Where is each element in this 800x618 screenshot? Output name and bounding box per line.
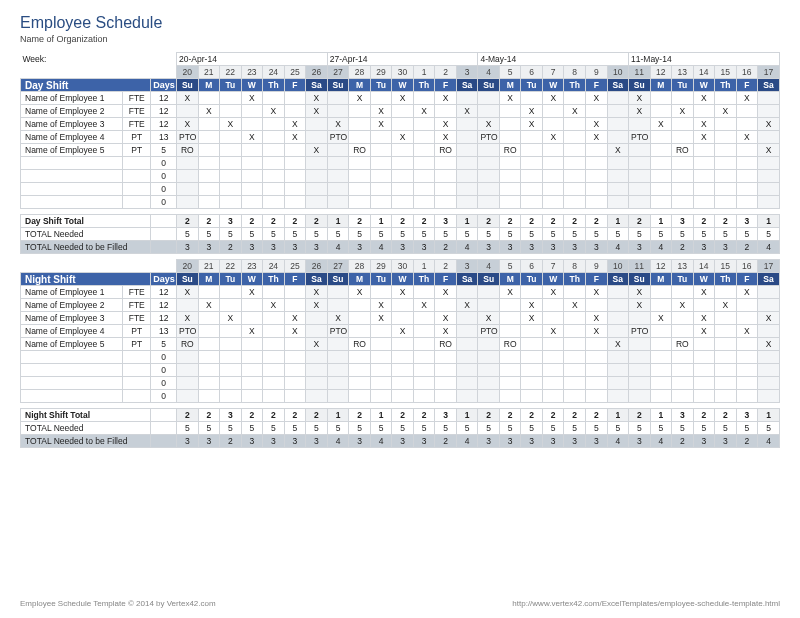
- shift-cell[interactable]: [349, 312, 371, 325]
- shift-cell[interactable]: [693, 144, 715, 157]
- shift-cell[interactable]: [478, 92, 500, 105]
- shift-cell[interactable]: [241, 170, 263, 183]
- shift-cell[interactable]: X: [435, 131, 457, 144]
- shift-cell[interactable]: X: [629, 286, 651, 299]
- shift-cell[interactable]: [693, 351, 715, 364]
- shift-cell[interactable]: [650, 377, 672, 390]
- employee-type[interactable]: PT: [123, 131, 151, 144]
- shift-cell[interactable]: [521, 377, 543, 390]
- shift-cell[interactable]: [198, 118, 220, 131]
- shift-cell[interactable]: X: [241, 92, 263, 105]
- shift-cell[interactable]: X: [693, 325, 715, 338]
- shift-cell[interactable]: [585, 390, 607, 403]
- shift-cell[interactable]: [392, 351, 414, 364]
- shift-cell[interactable]: [758, 390, 780, 403]
- shift-cell[interactable]: [650, 299, 672, 312]
- shift-cell[interactable]: [177, 364, 199, 377]
- shift-cell[interactable]: [672, 312, 694, 325]
- shift-cell[interactable]: [284, 364, 306, 377]
- shift-cell[interactable]: [177, 390, 199, 403]
- shift-cell[interactable]: [413, 286, 435, 299]
- employee-name[interactable]: Name of Employee 3: [21, 312, 123, 325]
- shift-cell[interactable]: [220, 299, 242, 312]
- shift-cell[interactable]: [220, 338, 242, 351]
- shift-cell[interactable]: [306, 118, 328, 131]
- shift-cell[interactable]: X: [585, 312, 607, 325]
- week-date[interactable]: 11-May-14: [629, 53, 780, 66]
- shift-cell[interactable]: [349, 325, 371, 338]
- shift-cell[interactable]: [693, 377, 715, 390]
- shift-cell[interactable]: [521, 92, 543, 105]
- shift-cell[interactable]: [736, 338, 758, 351]
- shift-cell[interactable]: [736, 170, 758, 183]
- shift-cell[interactable]: [736, 118, 758, 131]
- employee-type[interactable]: [123, 183, 151, 196]
- shift-cell[interactable]: [349, 351, 371, 364]
- employee-name[interactable]: [21, 196, 123, 209]
- shift-cell[interactable]: X: [758, 312, 780, 325]
- shift-cell[interactable]: [198, 196, 220, 209]
- shift-cell[interactable]: X: [392, 92, 414, 105]
- shift-cell[interactable]: X: [177, 286, 199, 299]
- shift-cell[interactable]: [650, 157, 672, 170]
- shift-cell[interactable]: X: [758, 144, 780, 157]
- shift-cell[interactable]: X: [521, 105, 543, 118]
- shift-cell[interactable]: [478, 351, 500, 364]
- shift-cell[interactable]: X: [263, 105, 285, 118]
- shift-cell[interactable]: X: [413, 105, 435, 118]
- shift-cell[interactable]: X: [672, 105, 694, 118]
- shift-cell[interactable]: [542, 338, 564, 351]
- shift-cell[interactable]: [693, 157, 715, 170]
- shift-cell[interactable]: [672, 390, 694, 403]
- shift-cell[interactable]: X: [306, 338, 328, 351]
- shift-cell[interactable]: [650, 183, 672, 196]
- shift-cell[interactable]: [499, 170, 521, 183]
- shift-cell[interactable]: [758, 170, 780, 183]
- shift-cell[interactable]: [392, 144, 414, 157]
- shift-cell[interactable]: X: [241, 131, 263, 144]
- shift-cell[interactable]: RO: [499, 144, 521, 157]
- shift-cell[interactable]: PTO: [478, 131, 500, 144]
- employee-type[interactable]: PT: [123, 338, 151, 351]
- shift-cell[interactable]: [564, 144, 586, 157]
- shift-cell[interactable]: [650, 92, 672, 105]
- shift-cell[interactable]: [478, 338, 500, 351]
- shift-cell[interactable]: [650, 286, 672, 299]
- shift-cell[interactable]: [392, 118, 414, 131]
- shift-cell[interactable]: [607, 157, 629, 170]
- shift-cell[interactable]: [370, 131, 392, 144]
- shift-cell[interactable]: [456, 286, 478, 299]
- shift-cell[interactable]: X: [284, 312, 306, 325]
- shift-cell[interactable]: [607, 196, 629, 209]
- shift-cell[interactable]: [392, 170, 414, 183]
- shift-cell[interactable]: X: [693, 286, 715, 299]
- shift-cell[interactable]: [284, 338, 306, 351]
- shift-cell[interactable]: [672, 364, 694, 377]
- shift-cell[interactable]: [736, 351, 758, 364]
- shift-cell[interactable]: X: [585, 92, 607, 105]
- shift-cell[interactable]: [650, 338, 672, 351]
- shift-cell[interactable]: [758, 364, 780, 377]
- shift-cell[interactable]: [284, 196, 306, 209]
- shift-cell[interactable]: X: [306, 144, 328, 157]
- shift-cell[interactable]: [715, 351, 737, 364]
- shift-cell[interactable]: [284, 390, 306, 403]
- shift-cell[interactable]: [607, 131, 629, 144]
- shift-cell[interactable]: X: [370, 312, 392, 325]
- shift-cell[interactable]: [220, 325, 242, 338]
- shift-cell[interactable]: X: [736, 286, 758, 299]
- shift-cell[interactable]: [478, 144, 500, 157]
- shift-cell[interactable]: [585, 105, 607, 118]
- shift-cell[interactable]: [284, 286, 306, 299]
- employee-name[interactable]: Name of Employee 4: [21, 325, 123, 338]
- shift-cell[interactable]: [758, 105, 780, 118]
- shift-cell[interactable]: [693, 338, 715, 351]
- shift-cell[interactable]: [521, 351, 543, 364]
- shift-cell[interactable]: [736, 299, 758, 312]
- shift-cell[interactable]: [306, 170, 328, 183]
- shift-cell[interactable]: [349, 196, 371, 209]
- shift-cell[interactable]: [499, 131, 521, 144]
- shift-cell[interactable]: [413, 183, 435, 196]
- shift-cell[interactable]: [758, 351, 780, 364]
- shift-cell[interactable]: X: [736, 131, 758, 144]
